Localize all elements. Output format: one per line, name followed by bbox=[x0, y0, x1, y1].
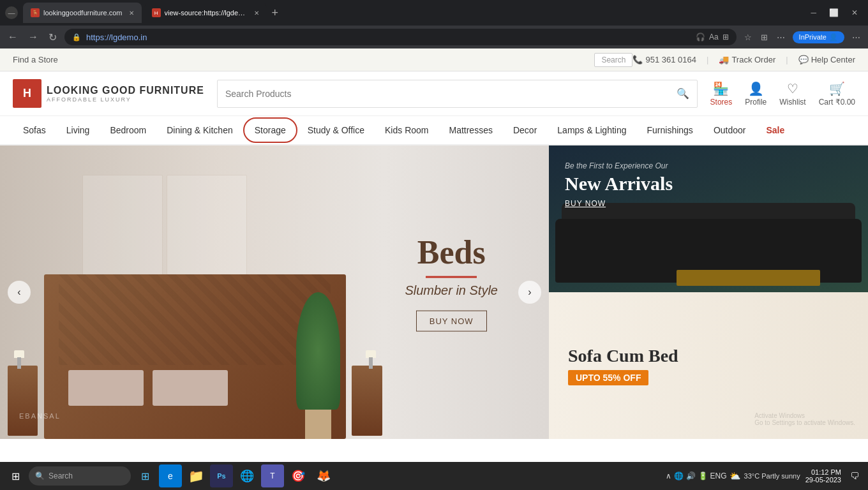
nav-dining-kitchen[interactable]: Dining & Kitchen bbox=[156, 116, 243, 144]
top-bar-right: 📞 951 361 0164 | 🚚 Track Order | 💬 Help … bbox=[632, 55, 855, 64]
pillow-left bbox=[68, 370, 144, 406]
nav-furnishings-label: Furnishings bbox=[647, 125, 693, 135]
help-center-link[interactable]: 💬 Help Center bbox=[798, 55, 855, 64]
nav-study-label: Study & Office bbox=[308, 125, 364, 135]
logo-main-text: LOOKING GOOD FURNITURE bbox=[47, 85, 204, 96]
phone-number: 951 361 0164 bbox=[645, 55, 696, 64]
cart-label: Cart ₹0.00 bbox=[819, 98, 855, 107]
new-arrivals-text-area: Be the First to Experience Our New Arriv… bbox=[565, 161, 673, 208]
header-icons: 🏪 Stores 👤 Profile ♡ Wishlist 🛒 Cart ₹0.… bbox=[710, 81, 855, 107]
favorites-icon[interactable]: ☆ bbox=[742, 31, 754, 43]
nightstand-right bbox=[352, 366, 382, 436]
bed-headboard bbox=[59, 274, 331, 365]
nightstand-left bbox=[8, 366, 38, 436]
sofa-cum-badge: UPTO 55% OFF bbox=[568, 370, 648, 385]
nav-study-office[interactable]: Study & Office bbox=[297, 116, 375, 144]
new-tab-button[interactable]: + bbox=[269, 4, 281, 22]
new-arrivals-buy-link[interactable]: BUY NOW bbox=[565, 199, 673, 208]
top-search-placeholder: Search bbox=[601, 56, 625, 64]
browser-toolbar-icons: ☆ ⊞ ⋯ bbox=[742, 31, 788, 43]
plant-body bbox=[296, 292, 340, 410]
tab2-close[interactable]: ✕ bbox=[254, 10, 259, 17]
tab2-favicon: H bbox=[152, 8, 161, 17]
hero-text-area: Beds Slumber in Style BUY NOW bbox=[405, 234, 498, 332]
new-arrivals-pre-text: Be the First to Experience Our bbox=[565, 161, 673, 170]
back-button[interactable]: ← bbox=[5, 30, 20, 44]
tab-2[interactable]: H view-source:https://lgdemo.in ✕ bbox=[144, 3, 267, 23]
nav-sale[interactable]: Sale bbox=[756, 116, 795, 144]
nav-lamps-lighting[interactable]: Lamps & Lighting bbox=[547, 116, 636, 144]
nav-furnishings[interactable]: Furnishings bbox=[637, 116, 703, 144]
refresh-button[interactable]: ↻ bbox=[46, 30, 59, 45]
hero-subtitle: Slumber in Style bbox=[405, 283, 498, 298]
nav-mattresses[interactable]: Mattresses bbox=[438, 116, 502, 144]
new-arrivals-title: New Arrivals bbox=[565, 173, 673, 194]
coffee-table-shape bbox=[677, 270, 820, 286]
plant-pot bbox=[305, 410, 331, 439]
wishlist-icon: ♡ bbox=[787, 81, 798, 96]
sofa-cum-title: Sofa Cum Bed bbox=[568, 346, 849, 366]
nav-living[interactable]: Living bbox=[56, 116, 100, 144]
forward-button[interactable]: → bbox=[26, 30, 41, 44]
separator-1: | bbox=[707, 55, 708, 64]
tab1-close[interactable]: ✕ bbox=[129, 10, 134, 17]
nav-mattresses-label: Mattresses bbox=[449, 125, 492, 135]
hero-next-button[interactable]: › bbox=[518, 281, 541, 304]
address-text: https://lgdemo.in bbox=[86, 33, 691, 42]
nav-sale-label: Sale bbox=[766, 125, 784, 135]
wishlist-button[interactable]: ♡ Wishlist bbox=[779, 81, 805, 107]
browser-menu-icon[interactable]: ⋯ bbox=[849, 31, 863, 43]
reading-mode-icon[interactable]: Aa bbox=[709, 33, 719, 41]
hero-prev-button[interactable]: ‹ bbox=[8, 281, 31, 304]
profile-icon: 👤 bbox=[748, 81, 764, 96]
logo-sub-text: AFFORDABLE LUXURY bbox=[47, 96, 204, 103]
nav-kids-label: Kids Room bbox=[385, 125, 428, 135]
stores-label: Stores bbox=[710, 98, 733, 107]
window-controls: ─ ⬜ ✕ bbox=[805, 6, 863, 20]
hero-buy-button[interactable]: BUY NOW bbox=[416, 311, 487, 332]
search-icon[interactable]: 🔍 bbox=[677, 87, 689, 100]
nav-bedroom-label: Bedroom bbox=[110, 125, 146, 135]
main-content: Beds Slumber in Style BUY NOW EBANSAL ‹ … bbox=[0, 145, 868, 439]
profile-button[interactable]: 👤 Profile bbox=[745, 81, 767, 107]
logo-text: LOOKING GOOD FURNITURE AFFORDABLE LUXURY bbox=[47, 85, 204, 103]
inprivate-button[interactable]: InPrivate 👤 bbox=[793, 31, 844, 43]
find-store-label[interactable]: Find a Store bbox=[13, 55, 58, 64]
logo-area[interactable]: H LOOKING GOOD FURNITURE AFFORDABLE LUXU… bbox=[13, 79, 204, 108]
sofa-cum-bed-area: Sofa Cum Bed UPTO 55% OFF Activate Windo… bbox=[549, 292, 868, 439]
side-banners: Be the First to Experience Our New Arriv… bbox=[549, 145, 868, 439]
more-tools-icon[interactable]: ⋯ bbox=[774, 31, 788, 43]
nav-kids-room[interactable]: Kids Room bbox=[375, 116, 438, 144]
window-restore[interactable]: ⬜ bbox=[824, 6, 844, 20]
pillow-right bbox=[153, 370, 228, 406]
track-order-link[interactable]: 🚚 Track Order bbox=[719, 55, 775, 64]
search-input[interactable] bbox=[225, 89, 677, 99]
search-bar[interactable]: 🔍 bbox=[217, 80, 698, 108]
nav-outdoor[interactable]: Outdoor bbox=[703, 116, 756, 144]
lock-icon: 🔒 bbox=[72, 33, 81, 41]
cart-button[interactable]: 🛒 Cart ₹0.00 bbox=[819, 81, 855, 107]
track-order-label: Track Order bbox=[731, 55, 775, 64]
main-nav: Sofas Living Bedroom Dining & Kitchen St… bbox=[0, 116, 868, 145]
nav-storage[interactable]: Storage bbox=[243, 117, 297, 143]
tab-collections-icon[interactable]: ⊞ bbox=[722, 33, 729, 41]
nav-decor[interactable]: Decor bbox=[503, 116, 547, 144]
lamp-left bbox=[14, 350, 24, 369]
hero-title: Beds bbox=[405, 234, 498, 271]
sofa-cum-bed-text: Sofa Cum Bed UPTO 55% OFF bbox=[568, 346, 849, 385]
minimize-btn[interactable]: — bbox=[5, 6, 18, 19]
help-icon: 💬 bbox=[798, 55, 809, 64]
tab-1[interactable]: 🪑 lookinggoodfurniture.com ✕ bbox=[23, 3, 142, 23]
address-bar[interactable]: 🔒 https://lgdemo.in 🎧 Aa ⊞ bbox=[64, 29, 737, 45]
hero-title-underline bbox=[426, 276, 477, 278]
nav-sofas[interactable]: Sofas bbox=[13, 116, 56, 144]
window-close[interactable]: ✕ bbox=[846, 6, 863, 20]
window-minimize[interactable]: ─ bbox=[805, 6, 821, 20]
collections-icon[interactable]: ⊞ bbox=[758, 31, 770, 43]
top-search-box[interactable]: Search bbox=[594, 53, 632, 67]
tab1-label: lookinggoodfurniture.com bbox=[43, 9, 123, 17]
nav-bedroom[interactable]: Bedroom bbox=[100, 116, 156, 144]
stores-button[interactable]: 🏪 Stores bbox=[710, 81, 733, 107]
extensions-icon[interactable]: 🎧 bbox=[696, 33, 705, 41]
track-icon: 🚚 bbox=[719, 55, 729, 64]
